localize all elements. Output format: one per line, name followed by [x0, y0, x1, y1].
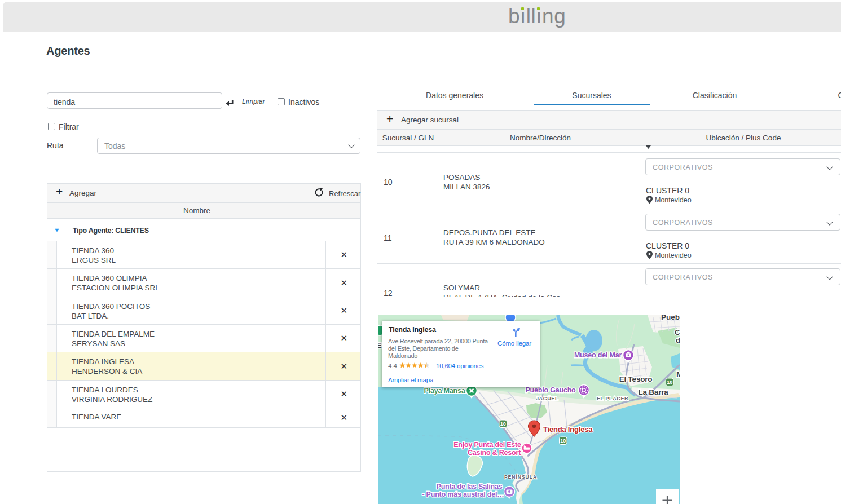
- svg-text:JAGÜEL: JAGÜEL: [536, 396, 558, 401]
- svg-text:Playa Mansa: Playa Mansa: [424, 387, 466, 395]
- svg-text:PENÍNSULA: PENÍNSULA: [504, 474, 537, 480]
- svg-text:Tienda Inglesa: Tienda Inglesa: [543, 425, 593, 434]
- svg-text:El Tesoro: El Tesoro: [619, 375, 653, 383]
- svg-text:Museo del Mar: Museo del Mar: [574, 351, 622, 359]
- svg-text:Pueblo: Pueblo: [661, 315, 680, 321]
- svg-text:Punta de las Salinas: Punta de las Salinas: [437, 483, 503, 490]
- svg-text:Pueblo Gaucho: Pueblo Gaucho: [525, 386, 576, 394]
- svg-text:Enjoy Punta del Este: Enjoy Punta del Este: [453, 441, 521, 449]
- svg-text:10: 10: [500, 421, 506, 427]
- svg-text:La Barra: La Barra: [638, 388, 668, 396]
- svg-text:EL PLACER: EL PLACER: [597, 396, 628, 401]
- svg-text:M: M: [676, 370, 680, 379]
- svg-text:de: de: [676, 336, 680, 344]
- svg-text:Cl: Cl: [675, 328, 680, 337]
- svg-text:Casino & Resort: Casino & Resort: [468, 449, 521, 457]
- svg-text:- Punto más austral del…: - Punto más austral del…: [422, 490, 504, 498]
- svg-text:10: 10: [667, 379, 672, 385]
- svg-text:10: 10: [560, 438, 566, 444]
- svg-text:E: E: [378, 341, 382, 350]
